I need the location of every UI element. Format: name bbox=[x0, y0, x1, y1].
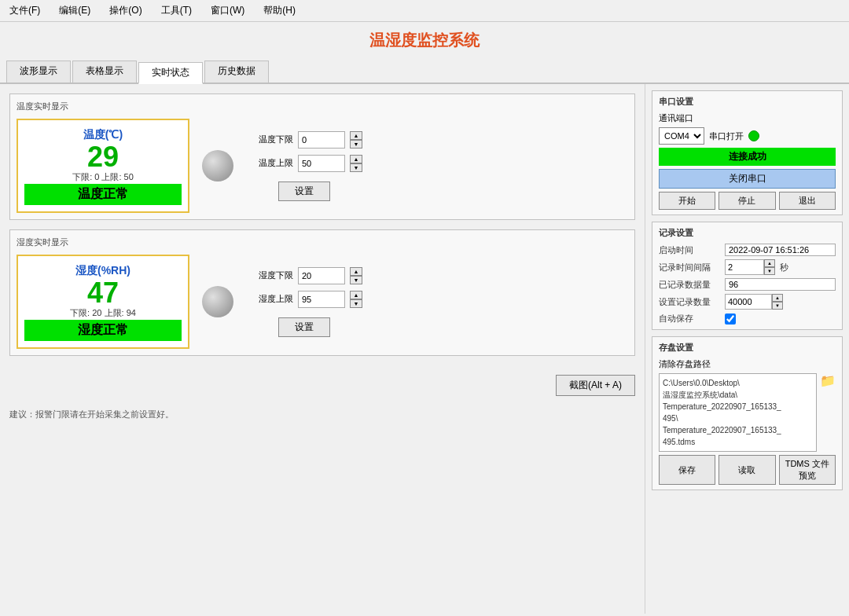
screenshot-button[interactable]: 截图(Alt + A) bbox=[556, 375, 635, 396]
interval-spinbtns: ▲ ▼ bbox=[764, 259, 775, 275]
interval-row: 记录时间间隔 ▲ ▼ 秒 bbox=[659, 259, 836, 275]
hum-upper-label: 湿度上限 bbox=[246, 293, 293, 305]
hum-upper-spin[interactable]: ▲ ▼ bbox=[350, 291, 362, 308]
hum-lower-spin[interactable]: ▲ ▼ bbox=[350, 267, 362, 284]
menubar: 文件(F) 编辑(E) 操作(O) 工具(T) 窗口(W) 帮助(H) bbox=[0, 0, 849, 22]
max-count-input[interactable] bbox=[725, 294, 772, 310]
storage-action-row: 保存 读取 TDMS 文件预览 bbox=[659, 455, 836, 485]
read-button[interactable]: 读取 bbox=[719, 455, 775, 485]
max-count-spin: ▲ ▼ bbox=[725, 294, 783, 310]
temperature-range: 下限: 0 上限: 50 bbox=[72, 171, 134, 183]
interval-up[interactable]: ▲ bbox=[764, 259, 775, 267]
temp-lower-row: 温度下限 ▲ ▼ bbox=[246, 131, 362, 148]
right-panel: 串口设置 通讯端口 COM4 串口打开 连接成功 关闭串口 开始 停止 退出 记… bbox=[645, 84, 849, 614]
temp-lower-label: 温度下限 bbox=[246, 134, 293, 145]
humidity-set-button[interactable]: 设置 bbox=[278, 317, 330, 337]
hum-lower-row: 湿度下限 ▲ ▼ bbox=[246, 267, 362, 284]
folder-icon-button[interactable]: 📁 bbox=[820, 373, 836, 388]
humidity-range: 下限: 20 上限: 94 bbox=[70, 307, 136, 319]
advisory-text: 建议：报警门限请在开始采集之前设置好。 bbox=[9, 409, 635, 420]
humidity-controls: 湿度下限 ▲ ▼ 湿度上限 ▲ ▼ bbox=[246, 267, 362, 337]
temp-lower-spin[interactable]: ▲ ▼ bbox=[350, 131, 362, 148]
port-open-label: 串口打开 bbox=[709, 130, 744, 142]
storage-section: 存盘设置 清除存盘路径 C:\Users\0.0\Desktop\温湿度监控系统… bbox=[652, 336, 843, 490]
interval-label: 记录时间间隔 bbox=[659, 262, 722, 273]
serial-action-row: 开始 停止 退出 bbox=[659, 192, 836, 210]
left-panel: 温度实时显示 温度(℃) 29 下限: 0 上限: 50 温度正常 温度下限 ▲ bbox=[0, 84, 645, 614]
com-port-select[interactable]: COM4 bbox=[659, 127, 704, 145]
auto-save-label: 自动保存 bbox=[659, 313, 722, 324]
temperature-group: 温度实时显示 温度(℃) 29 下限: 0 上限: 50 温度正常 温度下限 ▲ bbox=[9, 94, 635, 220]
max-count-down[interactable]: ▼ bbox=[772, 302, 783, 310]
temp-lower-input[interactable] bbox=[298, 131, 345, 148]
menu-help[interactable]: 帮助(H) bbox=[260, 2, 299, 19]
temp-upper-row: 温度上限 ▲ ▼ bbox=[246, 155, 362, 172]
port-status-dot bbox=[748, 130, 759, 141]
temperature-status: 温度正常 bbox=[24, 184, 182, 205]
serial-section: 串口设置 通讯端口 COM4 串口打开 连接成功 关闭串口 开始 停止 退出 bbox=[652, 90, 843, 215]
max-count-up[interactable]: ▲ bbox=[772, 294, 783, 302]
tab-waveform[interactable]: 波形显示 bbox=[6, 60, 71, 82]
humidity-ball bbox=[202, 286, 233, 317]
recorded-count-row: 已记录数据量 96 bbox=[659, 278, 836, 291]
hum-upper-input[interactable] bbox=[298, 291, 345, 308]
hum-upper-up[interactable]: ▲ bbox=[350, 291, 362, 299]
tab-history[interactable]: 历史数据 bbox=[204, 60, 269, 82]
humidity-group-title: 湿度实时显示 bbox=[17, 236, 628, 248]
auto-save-row: 自动保存 bbox=[659, 313, 836, 324]
close-port-button[interactable]: 关闭串口 bbox=[659, 169, 836, 189]
tab-realtime[interactable]: 实时状态 bbox=[138, 62, 203, 84]
record-section: 记录设置 启动时间 2022-09-07 16:51:26 记录时间间隔 ▲ ▼… bbox=[652, 222, 843, 330]
humidity-value: 47 bbox=[87, 279, 119, 307]
temperature-display: 温度(℃) 29 下限: 0 上限: 50 温度正常 bbox=[17, 119, 189, 213]
hum-lower-down[interactable]: ▼ bbox=[350, 276, 362, 284]
humidity-status: 湿度正常 bbox=[24, 320, 182, 341]
stop-button[interactable]: 停止 bbox=[719, 192, 775, 210]
max-count-label: 设置记录数量 bbox=[659, 296, 722, 308]
menu-window[interactable]: 窗口(W) bbox=[208, 2, 248, 19]
menu-tools[interactable]: 工具(T) bbox=[158, 2, 195, 19]
recorded-count-value: 96 bbox=[725, 278, 836, 291]
auto-save-checkbox[interactable] bbox=[725, 314, 736, 324]
temperature-controls: 温度下限 ▲ ▼ 温度上限 ▲ ▼ bbox=[246, 131, 362, 201]
temp-lower-up[interactable]: ▲ bbox=[350, 131, 362, 140]
storage-section-title: 存盘设置 bbox=[659, 342, 836, 354]
interval-input[interactable] bbox=[725, 259, 764, 275]
max-count-row: 设置记录数量 ▲ ▼ bbox=[659, 294, 836, 310]
temp-upper-label: 温度上限 bbox=[246, 157, 293, 169]
temp-upper-input[interactable] bbox=[298, 155, 345, 172]
humidity-content: 湿度(%RH) 47 下限: 20 上限: 94 湿度正常 湿度下限 ▲ ▼ bbox=[17, 255, 628, 349]
temp-lower-down[interactable]: ▼ bbox=[350, 140, 362, 148]
app-title: 温湿度监控系统 bbox=[0, 22, 849, 57]
menu-file[interactable]: 文件(F) bbox=[6, 2, 43, 19]
hum-upper-down[interactable]: ▼ bbox=[350, 299, 362, 308]
start-time-label: 启动时间 bbox=[659, 244, 722, 256]
interval-down[interactable]: ▼ bbox=[764, 267, 775, 275]
interval-spin: ▲ ▼ bbox=[725, 259, 775, 275]
temp-upper-spin[interactable]: ▲ ▼ bbox=[350, 155, 362, 172]
temperature-group-title: 温度实时显示 bbox=[17, 101, 628, 112]
menu-edit[interactable]: 编辑(E) bbox=[56, 2, 94, 19]
menu-operate[interactable]: 操作(O) bbox=[106, 2, 145, 19]
hum-lower-up[interactable]: ▲ bbox=[350, 267, 362, 276]
tab-table[interactable]: 表格显示 bbox=[72, 60, 137, 82]
serial-section-title: 串口设置 bbox=[659, 96, 836, 108]
temperature-content: 温度(℃) 29 下限: 0 上限: 50 温度正常 温度下限 ▲ ▼ bbox=[17, 119, 628, 213]
hum-lower-label: 湿度下限 bbox=[246, 270, 293, 281]
interval-unit: 秒 bbox=[780, 262, 788, 273]
record-section-title: 记录设置 bbox=[659, 227, 836, 239]
tdms-preview-button[interactable]: TDMS 文件预览 bbox=[779, 455, 836, 485]
exit-button[interactable]: 退出 bbox=[779, 192, 836, 210]
hum-lower-input[interactable] bbox=[298, 267, 345, 284]
file-path: C:\Users\0.0\Desktop\温湿度监控系统\data\Temper… bbox=[659, 373, 817, 452]
temp-upper-down[interactable]: ▼ bbox=[350, 163, 362, 172]
start-button[interactable]: 开始 bbox=[659, 192, 715, 210]
main-layout: 温度实时显示 温度(℃) 29 下限: 0 上限: 50 温度正常 温度下限 ▲ bbox=[0, 84, 849, 614]
temp-upper-up[interactable]: ▲ bbox=[350, 155, 362, 163]
recorded-count-label: 已记录数据量 bbox=[659, 279, 722, 291]
max-count-spinbtns: ▲ ▼ bbox=[772, 294, 783, 310]
temperature-set-button[interactable]: 设置 bbox=[278, 182, 330, 201]
temperature-ball bbox=[202, 150, 233, 182]
humidity-group: 湿度实时显示 湿度(%RH) 47 下限: 20 上限: 94 湿度正常 湿度下… bbox=[9, 229, 635, 356]
save-button[interactable]: 保存 bbox=[659, 455, 715, 485]
